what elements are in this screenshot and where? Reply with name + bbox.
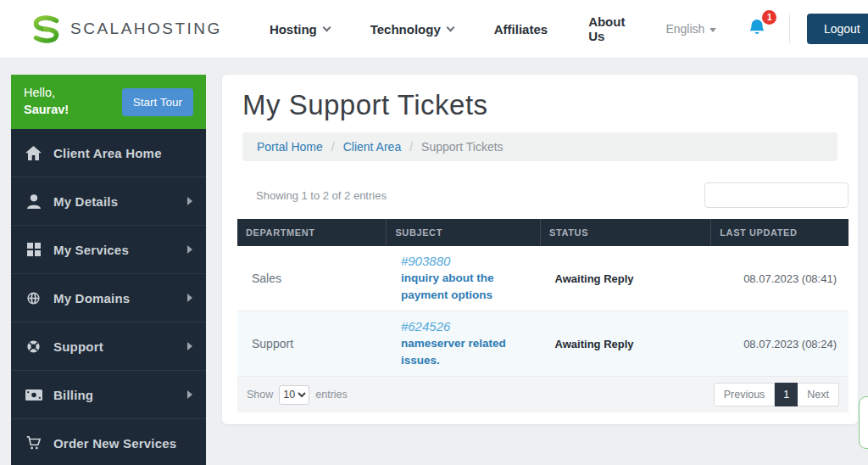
column-header-department[interactable]: DEPARTMENT: [237, 219, 387, 246]
logout-button[interactable]: Logout: [807, 14, 868, 44]
greeting-text: Hello, Saurav!: [24, 85, 69, 118]
life-ring-icon: [25, 339, 42, 354]
entries-label: entries: [315, 389, 348, 401]
tickets-table-zone: Showing 1 to 2 of 2 entries DEPARTMENT S…: [237, 182, 849, 412]
breadcrumb: Portal Home / Client Area / Support Tick…: [242, 132, 837, 161]
nav-label: Hosting: [270, 22, 317, 36]
page-1-button[interactable]: 1: [775, 383, 798, 406]
table-row: Support #624526 nameserver related issue…: [237, 311, 849, 377]
notification-badge: 1: [762, 10, 776, 25]
sidebar-item-label: My Services: [53, 243, 129, 257]
ticket-subject-cell: #624526 nameserver related issues.: [387, 311, 541, 377]
tickets-table: DEPARTMENT SUBJECT STATUS LAST UPDATED S…: [237, 219, 849, 377]
ticket-status: Awaiting Reply: [541, 246, 711, 311]
page-size-select[interactable]: 10: [279, 385, 309, 405]
column-header-last-updated[interactable]: LAST UPDATED: [711, 219, 849, 246]
column-header-subject[interactable]: SUBJECT: [387, 219, 541, 246]
sidebar-item-support[interactable]: Support: [11, 322, 206, 371]
language-selector[interactable]: English: [665, 22, 716, 36]
cart-icon: [25, 435, 42, 451]
sidebar-item-label: Order New Services: [53, 436, 176, 451]
nav-item-technology[interactable]: Technology: [370, 22, 453, 36]
ticket-subject-link[interactable]: inquiry about the payment options: [401, 270, 532, 303]
top-navbar: SCALAHOSTING Hosting Technology Affiliat…: [0, 0, 868, 59]
breadcrumb-separator: /: [409, 140, 413, 154]
user-icon: [25, 194, 42, 209]
sidebar-item-my-domains[interactable]: My Domains: [11, 274, 206, 322]
main-nav: Hosting Technology Affiliates About Us: [270, 14, 666, 43]
sidebar-greeting: Hello, Saurav! Start Tour: [11, 75, 206, 129]
brand-logo[interactable]: SCALAHOSTING: [31, 14, 222, 44]
breadcrumb-current: Support Tickets: [421, 140, 504, 154]
column-header-status[interactable]: STATUS: [541, 219, 711, 246]
sidebar-item-order-new-services[interactable]: Order New Services: [11, 419, 206, 465]
brand-name: SCALAHOSTING: [70, 20, 222, 38]
notifications-button[interactable]: 1: [747, 18, 767, 40]
chat-widget-handle[interactable]: [859, 396, 868, 449]
next-page-button[interactable]: Next: [798, 383, 839, 406]
table-footer: Show 10 entries Previous 1 Next: [237, 377, 849, 412]
home-icon: [25, 146, 42, 160]
submenu-arrow-icon: [187, 294, 192, 302]
banknote-icon: [25, 389, 42, 401]
nav-label: Technology: [370, 22, 441, 36]
sidebar: Hello, Saurav! Start Tour Client Area Ho…: [11, 75, 206, 465]
search-input[interactable]: [704, 182, 849, 208]
ticket-department: Sales: [237, 246, 387, 311]
sidebar-item-label: Support: [53, 339, 103, 354]
submenu-arrow-icon: [187, 245, 192, 254]
show-label: Show: [247, 389, 273, 401]
page-title: My Support Tickets: [242, 89, 837, 121]
navbar-divider: [789, 14, 790, 43]
ticket-id-link[interactable]: #624526: [401, 319, 450, 333]
breadcrumb-client-area[interactable]: Client Area: [343, 140, 401, 154]
chevron-down-icon: [322, 24, 331, 32]
sidebar-item-my-services[interactable]: My Services: [11, 226, 206, 274]
caret-down-icon: [709, 28, 716, 32]
start-tour-button[interactable]: Start Tour: [122, 88, 193, 116]
show-entries-control: Show 10 entries: [247, 385, 348, 405]
pagination: Previous 1 Next: [714, 383, 839, 406]
language-label: English: [665, 22, 704, 36]
ticket-subject-link[interactable]: nameserver related issues.: [401, 335, 532, 368]
greeting-hello: Hello,: [24, 85, 69, 102]
nav-item-about-us[interactable]: About Us: [588, 14, 625, 43]
sidebar-item-label: My Domains: [53, 291, 130, 305]
ticket-id-link[interactable]: #903880: [401, 254, 450, 268]
ticket-subject-cell: #903880 inquiry about the payment option…: [387, 246, 541, 311]
showing-entries-text: Showing 1 to 2 of 2 entries: [256, 189, 387, 202]
breadcrumb-separator: /: [331, 140, 335, 154]
sidebar-item-label: Billing: [53, 388, 93, 402]
sidebar-item-client-area-home[interactable]: Client Area Home: [11, 129, 206, 177]
nav-item-hosting[interactable]: Hosting: [270, 22, 330, 36]
ticket-last-updated: 08.07.2023 (08:41): [711, 246, 849, 311]
sidebar-item-billing[interactable]: Billing: [11, 371, 206, 419]
table-row: Sales #903880 inquiry about the payment …: [237, 246, 849, 311]
sidebar-item-label: Client Area Home: [53, 146, 162, 160]
navbar-right: English 1 Logout Sales chat: [665, 8, 868, 50]
nav-label: Affiliates: [494, 22, 548, 36]
sidebar-item-label: My Details: [53, 194, 118, 209]
submenu-arrow-icon: [187, 197, 192, 205]
grid-icon: [25, 243, 42, 256]
nav-item-affiliates[interactable]: Affiliates: [494, 22, 548, 36]
greeting-username: Saurav!: [24, 102, 69, 119]
submenu-arrow-icon: [187, 390, 192, 399]
nav-label: About Us: [588, 14, 625, 43]
table-header-row: DEPARTMENT SUBJECT STATUS LAST UPDATED: [237, 219, 849, 246]
breadcrumb-portal-home[interactable]: Portal Home: [257, 140, 323, 154]
submenu-arrow-icon: [187, 342, 192, 350]
ticket-department: Support: [237, 311, 387, 377]
ticket-status: Awaiting Reply: [541, 311, 711, 377]
scalahosting-s-logo-icon: [31, 14, 62, 44]
sidebar-item-my-details[interactable]: My Details: [11, 177, 206, 226]
previous-page-button[interactable]: Previous: [714, 383, 776, 406]
globe-icon: [25, 291, 42, 305]
chevron-down-icon: [446, 24, 454, 32]
ticket-last-updated: 08.07.2023 (08:24): [711, 311, 849, 377]
main-content-card: My Support Tickets Portal Home / Client …: [222, 75, 858, 424]
